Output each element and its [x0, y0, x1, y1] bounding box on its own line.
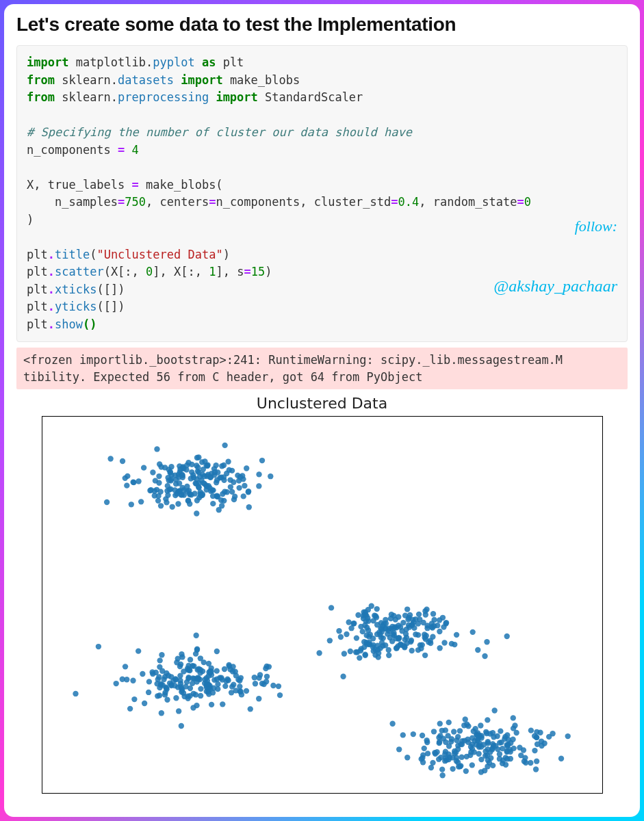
svg-point-141 [256, 484, 261, 489]
code-line: from sklearn.preprocessing import Standa… [27, 90, 363, 104]
svg-point-305 [504, 634, 509, 639]
svg-point-171 [195, 465, 201, 470]
svg-point-669 [510, 715, 515, 720]
svg-point-91 [205, 462, 210, 468]
svg-point-530 [219, 677, 224, 683]
svg-point-170 [224, 489, 229, 495]
svg-point-132 [237, 474, 242, 480]
svg-point-175 [199, 491, 205, 497]
svg-point-722 [469, 735, 474, 741]
svg-point-553 [162, 692, 167, 698]
svg-point-199 [340, 674, 346, 679]
section-heading: Let's create some data to test the Imple… [16, 14, 628, 36]
svg-point-692 [483, 731, 489, 736]
svg-point-277 [374, 606, 379, 612]
svg-point-398 [141, 701, 146, 706]
svg-point-154 [194, 455, 199, 460]
svg-point-333 [402, 644, 407, 649]
svg-point-729 [450, 755, 455, 760]
svg-point-374 [367, 632, 372, 638]
svg-point-383 [220, 701, 225, 707]
svg-point-335 [408, 638, 413, 643]
follow-label: follow: [493, 217, 617, 237]
svg-point-494 [156, 693, 162, 699]
svg-point-14 [225, 459, 231, 465]
svg-point-543 [131, 696, 137, 702]
svg-point-560 [230, 664, 235, 669]
svg-point-229 [437, 645, 442, 651]
svg-point-740 [528, 728, 533, 733]
svg-point-648 [469, 762, 474, 768]
svg-point-444 [206, 692, 211, 697]
svg-point-671 [428, 765, 433, 770]
svg-point-734 [504, 742, 509, 748]
svg-point-736 [459, 738, 465, 744]
svg-point-247 [357, 655, 362, 661]
svg-point-370 [363, 625, 369, 630]
svg-point-453 [175, 709, 181, 714]
code-line: plt.show() [27, 317, 96, 331]
svg-point-627 [565, 733, 570, 739]
svg-point-685 [389, 721, 395, 727]
svg-point-180 [245, 488, 250, 494]
code-cell[interactable]: import matplotlib.pyplot as plt from skl… [16, 45, 628, 342]
svg-point-531 [194, 675, 200, 681]
svg-point-705 [478, 770, 483, 775]
chart-output: Unclustered Data [42, 392, 603, 794]
svg-point-355 [418, 646, 424, 651]
svg-point-379 [146, 679, 151, 684]
svg-point-292 [385, 631, 390, 637]
svg-point-382 [208, 702, 214, 707]
svg-point-518 [156, 675, 162, 680]
svg-point-127 [218, 497, 224, 503]
code-line: plt.xticks([]) [27, 283, 125, 296]
svg-point-126 [125, 473, 130, 479]
svg-point-469 [178, 723, 183, 729]
svg-point-552 [164, 686, 169, 692]
svg-point-556 [207, 668, 213, 674]
svg-point-196 [430, 611, 435, 616]
svg-point-447 [229, 684, 234, 690]
svg-point-538 [181, 694, 187, 699]
svg-point-122 [154, 447, 159, 452]
svg-point-99 [194, 498, 199, 504]
svg-point-395 [127, 706, 132, 712]
svg-point-45 [246, 504, 251, 510]
svg-point-529 [119, 677, 125, 682]
svg-point-605 [532, 767, 538, 772]
svg-point-690 [424, 738, 429, 743]
svg-point-711 [480, 742, 486, 748]
code-line: from sklearn.datasets import make_blobs [27, 73, 300, 87]
svg-point-341 [391, 625, 396, 631]
svg-point-300 [372, 613, 377, 618]
svg-point-547 [243, 688, 248, 694]
svg-point-733 [463, 754, 469, 759]
svg-point-710 [459, 755, 464, 760]
svg-point-610 [430, 760, 435, 766]
svg-point-181 [194, 511, 199, 517]
svg-point-719 [491, 743, 496, 748]
notebook-card: Let's create some data to test the Imple… [4, 4, 640, 817]
svg-point-104 [222, 443, 227, 448]
svg-point-491 [193, 633, 198, 638]
svg-point-739 [468, 749, 474, 755]
svg-point-480 [214, 668, 219, 674]
svg-point-550 [172, 683, 177, 688]
svg-point-163 [268, 473, 273, 479]
svg-point-352 [362, 612, 368, 617]
svg-point-389 [197, 693, 203, 699]
svg-point-650 [485, 717, 490, 722]
svg-point-603 [439, 772, 445, 778]
svg-point-452 [122, 664, 127, 669]
code-line: plt.scatter(X[:, 0], X[:, 1], s=15) [27, 265, 272, 278]
svg-point-186 [211, 469, 217, 475]
svg-point-714 [442, 749, 448, 755]
svg-point-533 [235, 677, 241, 682]
svg-point-597 [456, 728, 462, 733]
svg-point-645 [472, 726, 478, 731]
svg-point-173 [168, 478, 173, 484]
svg-point-106 [240, 493, 246, 499]
svg-point-724 [491, 734, 496, 740]
svg-point-339 [402, 631, 408, 637]
svg-point-194 [353, 636, 359, 641]
